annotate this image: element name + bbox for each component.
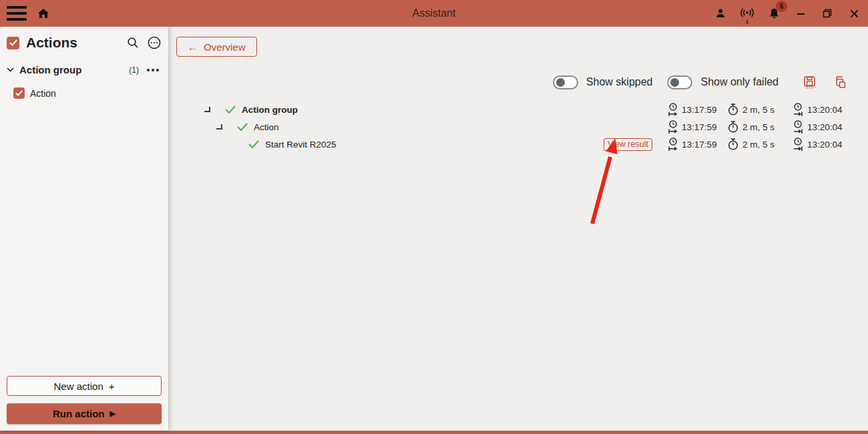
user-icon[interactable] [713, 6, 728, 21]
start-time: 13:17:59 [668, 120, 728, 134]
start-time-icon [668, 103, 678, 117]
start-time: 13:17:59 [668, 138, 728, 152]
minimize-icon[interactable] [793, 6, 808, 21]
actions-sidebar: Actions Action group (1) Action New [0, 27, 168, 431]
stopwatch-icon [728, 121, 738, 133]
collapse-icon[interactable] [204, 107, 210, 112]
play-icon: ▶ [110, 409, 116, 418]
titlebar: Assistant 1 6 [0, 0, 868, 27]
hamburger-menu-icon[interactable] [7, 6, 27, 21]
copy-results-icon[interactable] [833, 75, 847, 89]
save-report-icon[interactable] [803, 75, 816, 89]
result-row-action-group: Action group 13:17:59 [176, 101, 847, 118]
restore-window-icon[interactable] [820, 6, 835, 21]
results-panel: ← Overview Show skipped Show only failed [168, 27, 868, 431]
show-only-failed-toggle[interactable] [667, 75, 692, 89]
result-row-start-revit: Start Revit R2025 View result 13:17:59 [176, 136, 847, 153]
sidebar-title: Actions [26, 35, 119, 51]
search-icon[interactable] [126, 35, 140, 50]
back-to-overview-button[interactable]: ← Overview [176, 37, 257, 57]
show-only-failed-label: Show only failed [700, 76, 779, 88]
show-skipped-label: Show skipped [586, 76, 653, 88]
actions-checkbox[interactable] [7, 37, 19, 49]
end-time-icon [793, 120, 803, 134]
window-bottom-border [0, 431, 868, 434]
run-action-button[interactable]: Run action ▶ [7, 403, 162, 424]
show-skipped-toggle[interactable] [553, 75, 578, 89]
start-time: 13:17:59 [668, 103, 728, 117]
result-row-action: Action 13:17:59 [176, 118, 847, 136]
stopwatch-icon [728, 138, 738, 150]
home-icon[interactable] [36, 6, 51, 21]
duration: 2 m, 5 s [728, 121, 793, 133]
start-time-icon [668, 120, 678, 134]
success-check-icon [225, 105, 236, 114]
action-label: Action [30, 88, 56, 99]
action-checkbox[interactable] [13, 87, 25, 99]
end-time-icon [793, 103, 803, 117]
close-icon[interactable] [847, 6, 861, 21]
start-time-icon [668, 138, 678, 152]
row-label: Start Revit R2025 [265, 140, 337, 150]
row-label: Action group [242, 105, 298, 115]
collapse-icon[interactable] [216, 124, 222, 130]
more-options-circle-icon[interactable] [147, 35, 162, 50]
notification-badge: 6 [776, 1, 787, 12]
end-time: 13:20:04 [793, 138, 847, 152]
duration: 2 m, 5 s [728, 138, 793, 150]
end-time-icon [793, 138, 803, 152]
notifications-bell-icon[interactable]: 6 [767, 6, 781, 21]
plus-icon: + [109, 381, 115, 392]
action-group-count: (1) [129, 65, 139, 75]
overview-label: Overview [204, 41, 246, 53]
run-action-label: Run action [53, 408, 105, 419]
success-check-icon [248, 140, 259, 148]
new-action-button[interactable]: New action + [7, 376, 162, 396]
results-tree: Action group 13:17:59 [176, 101, 847, 153]
row-label: Action [254, 122, 279, 132]
end-time: 13:20:04 [793, 103, 847, 117]
chevron-down-icon[interactable] [7, 67, 14, 72]
broadcast-count: 1 [746, 19, 748, 25]
stopwatch-icon [728, 103, 738, 116]
group-menu-icon[interactable] [147, 69, 159, 71]
broadcast-icon[interactable]: 1 [740, 6, 754, 21]
success-check-icon [237, 123, 248, 131]
new-action-label: New action [54, 381, 103, 392]
action-group-label: Action group [19, 64, 124, 75]
back-arrow-icon: ← [188, 41, 198, 53]
sidebar-item-action-group[interactable]: Action group (1) [7, 64, 162, 75]
duration: 2 m, 5 s [728, 103, 793, 116]
sidebar-item-action[interactable]: Action [7, 87, 162, 99]
view-result-button[interactable]: View result [604, 138, 652, 151]
end-time: 13:20:04 [793, 120, 847, 134]
